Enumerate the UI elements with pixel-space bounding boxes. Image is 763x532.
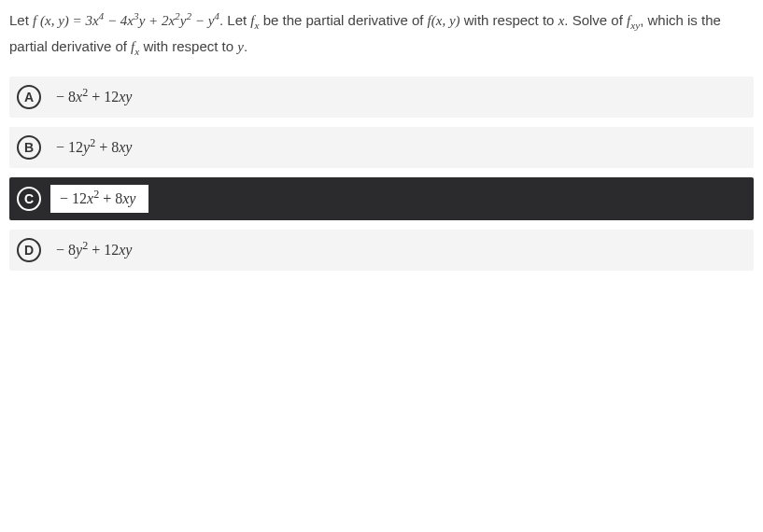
q-mid2: with respect to — [464, 12, 558, 28]
option-text-a: − 8x2 + 12xy — [56, 89, 132, 105]
q-dot-let: . Let — [219, 12, 250, 28]
option-letter-c: C — [17, 187, 41, 211]
option-letter-d: D — [17, 238, 41, 262]
q-end: . — [244, 38, 247, 54]
q-fxy: fxy — [627, 13, 640, 28]
q-dot: . Solve of — [564, 12, 627, 28]
option-letter-b: B — [17, 135, 41, 160]
q-fx: fx — [250, 13, 259, 28]
option-d[interactable]: D − 8y2 + 12xy — [9, 230, 754, 271]
option-b[interactable]: B − 12y2 + 8xy — [9, 127, 754, 168]
q-mid5: with respect to — [143, 38, 237, 54]
q-prefix1: Let — [9, 12, 33, 28]
options-list: A − 8x2 + 12xy B − 12y2 + 8xy C − 12x2 +… — [9, 77, 754, 271]
option-letter-a: A — [17, 85, 41, 109]
option-c[interactable]: C − 12x2 + 8xy — [9, 177, 754, 220]
q-fx2: fx — [131, 39, 139, 54]
q-mid1: be the partial derivative of — [263, 12, 428, 28]
q-fxy-plain: f(x, y) — [428, 13, 460, 28]
option-text-c: − 12x2 + 8xy — [50, 185, 148, 213]
q-func-def: f (x, y) = 3x4 − 4x3y + 2x2y2 − y4 — [33, 13, 219, 28]
option-text-d: − 8y2 + 12xy — [56, 242, 132, 259]
question-text: Let f (x, y) = 3x4 − 4x3y + 2x2y2 − y4. … — [9, 7, 754, 60]
option-a[interactable]: A − 8x2 + 12xy — [9, 77, 754, 118]
option-text-b: − 12y2 + 8xy — [56, 139, 132, 156]
q-var-y: y — [237, 39, 244, 54]
